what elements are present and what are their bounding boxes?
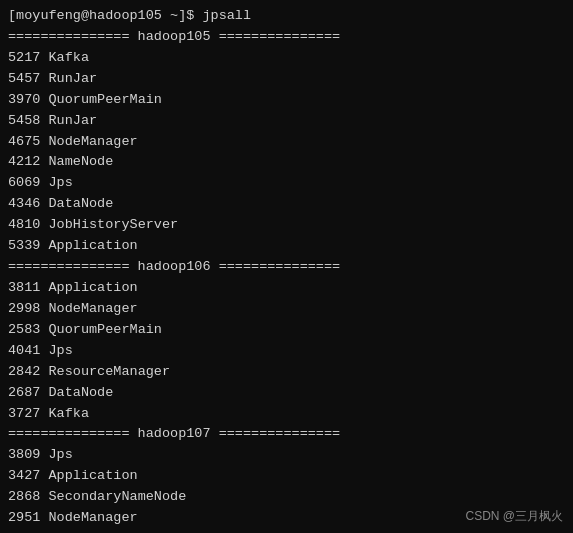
process-line: 2583 QuorumPeerMain <box>8 320 565 341</box>
process-line: 5339 Application <box>8 236 565 257</box>
process-pid: 2951 <box>8 508 49 529</box>
process-line: 4346 DataNode <box>8 194 565 215</box>
process-pid: 6069 <box>8 173 49 194</box>
process-pid: 3427 <box>8 466 49 487</box>
process-pid: 2583 <box>8 320 49 341</box>
process-line: 2868 SecondaryNameNode <box>8 487 565 508</box>
process-line: 3427 Application <box>8 466 565 487</box>
process-line: 4212 NameNode <box>8 152 565 173</box>
separator-hadoop106: =============== hadoop106 ==============… <box>8 257 565 278</box>
process-line: 2687 DataNode <box>8 383 565 404</box>
process-line: 5217 Kafka <box>8 48 565 69</box>
process-line: 4810 JobHistoryServer <box>8 215 565 236</box>
watermark-text: CSDN @三月枫火 <box>465 508 563 525</box>
process-pid: 2687 <box>8 383 49 404</box>
process-pid: 4212 <box>8 152 49 173</box>
terminal-window: [moyufeng@hadoop105 ~]$ jpsall =========… <box>0 0 573 533</box>
process-name: SecondaryNameNode <box>49 487 187 508</box>
process-line: 3727 Kafka <box>8 404 565 425</box>
process-line: 5457 RunJar <box>8 69 565 90</box>
process-name: RunJar <box>49 111 98 132</box>
process-line: 4675 NodeManager <box>8 132 565 153</box>
process-pid: 5458 <box>8 111 49 132</box>
process-name: Kafka <box>49 529 90 533</box>
process-name: ResourceManager <box>49 362 171 383</box>
process-pid: 2842 <box>8 362 49 383</box>
process-pid: 5457 <box>8 69 49 90</box>
process-name: Application <box>49 466 138 487</box>
process-name: RunJar <box>49 69 98 90</box>
process-pid: 5217 <box>8 48 49 69</box>
command-prompt-line: [moyufeng@hadoop105 ~]$ jpsall <box>8 6 565 27</box>
process-name: NodeManager <box>49 299 138 320</box>
hadoop105-process-list: 5217 Kafka5457 RunJar3970 QuorumPeerMain… <box>8 48 565 257</box>
process-pid: 3970 <box>8 90 49 111</box>
separator-hadoop105: =============== hadoop105 ==============… <box>8 27 565 48</box>
process-name: Kafka <box>49 404 90 425</box>
process-pid: 4346 <box>8 194 49 215</box>
process-pid: 3727 <box>8 404 49 425</box>
separator-hadoop107: =============== hadoop107 ==============… <box>8 424 565 445</box>
process-name: QuorumPeerMain <box>49 90 162 111</box>
process-name: Application <box>49 236 138 257</box>
process-pid: 4041 <box>8 341 49 362</box>
process-name: JobHistoryServer <box>49 215 179 236</box>
process-name: Jps <box>49 445 73 466</box>
process-pid: 2998 <box>8 299 49 320</box>
process-line: 5458 RunJar <box>8 111 565 132</box>
process-line: 4041 Jps <box>8 341 565 362</box>
process-name: Jps <box>49 341 73 362</box>
process-name: NodeManager <box>49 132 138 153</box>
process-pid: 2868 <box>8 487 49 508</box>
process-name: QuorumPeerMain <box>49 320 162 341</box>
process-line: 6069 Jps <box>8 173 565 194</box>
process-line: 3809 Jps <box>8 445 565 466</box>
process-pid: 4810 <box>8 215 49 236</box>
process-line: 2998 NodeManager <box>8 299 565 320</box>
process-pid: 4675 <box>8 132 49 153</box>
hadoop106-process-list: 3811 Application2998 NodeManager2583 Quo… <box>8 278 565 424</box>
process-pid: 3809 <box>8 445 49 466</box>
process-name: NameNode <box>49 152 114 173</box>
process-name: Jps <box>49 173 73 194</box>
process-pid: 3339 <box>8 529 49 533</box>
process-line: 3811 Application <box>8 278 565 299</box>
process-line: 3970 QuorumPeerMain <box>8 90 565 111</box>
process-name: Kafka <box>49 48 90 69</box>
process-name: DataNode <box>49 194 114 215</box>
process-name: NodeManager <box>49 508 138 529</box>
process-line: 2842 ResourceManager <box>8 362 565 383</box>
prompt-text: [moyufeng@hadoop105 ~]$ jpsall <box>8 6 251 27</box>
process-pid: 5339 <box>8 236 49 257</box>
process-line: 3339 Kafka <box>8 529 565 533</box>
process-pid: 3811 <box>8 278 49 299</box>
process-name: DataNode <box>49 383 114 404</box>
process-name: Application <box>49 278 138 299</box>
